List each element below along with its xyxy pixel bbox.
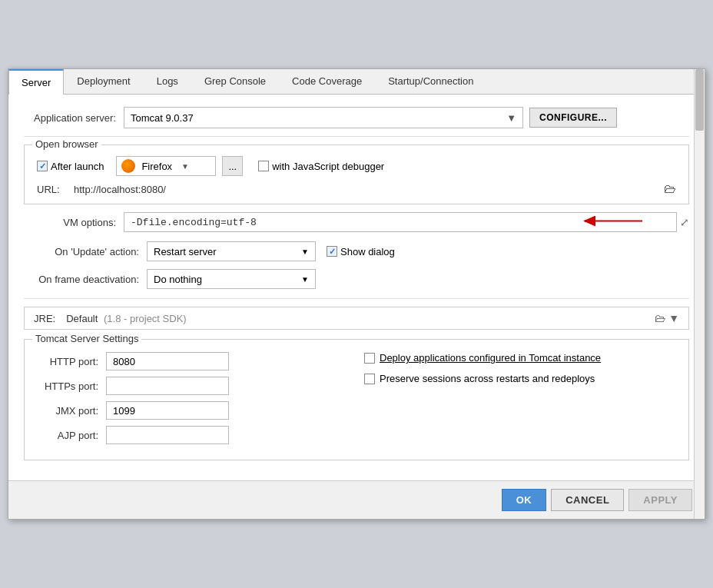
js-debugger-label: with JavaScript debugger bbox=[272, 161, 384, 172]
update-action-dropdown[interactable]: Restart server ▼ bbox=[147, 241, 316, 261]
update-action-chevron-icon: ▼ bbox=[301, 247, 309, 256]
jre-icons: 🗁 ▼ bbox=[655, 312, 679, 324]
tab-code-coverage[interactable]: Code Coverage bbox=[279, 69, 375, 94]
preserve-checkbox-label[interactable]: Preserve sessions across restarts and re… bbox=[364, 373, 676, 384]
http-port-input[interactable]: 8080 bbox=[106, 352, 229, 370]
tomcat-ports: HTTP port: 8080 HTTPs port: JMX port: 10… bbox=[37, 352, 349, 450]
show-dialog-checkbox-label[interactable]: Show dialog bbox=[327, 246, 395, 257]
tab-logs[interactable]: Logs bbox=[144, 69, 191, 94]
http-port-row: HTTP port: 8080 bbox=[37, 352, 349, 370]
vm-options-row: VM options: -Dfile.encoding=utf-8 ⤢ bbox=[24, 212, 689, 232]
deploy-checkbox-label[interactable]: Deploy applications configured in Tomcat… bbox=[364, 352, 676, 364]
vm-options-label: VM options: bbox=[24, 217, 124, 228]
tab-server[interactable]: Server bbox=[8, 69, 64, 95]
tomcat-settings-section: Tomcat Server Settings HTTP port: 8080 H… bbox=[24, 339, 689, 460]
vm-expand-button[interactable]: ⤢ bbox=[680, 216, 689, 228]
update-action-label: On 'Update' action: bbox=[24, 246, 147, 257]
tab-deployment[interactable]: Deployment bbox=[64, 69, 143, 94]
app-server-row: Application server: Tomcat 9.0.37 ▼ CONF… bbox=[24, 107, 689, 128]
url-folder-icon[interactable]: 🗁 bbox=[664, 182, 676, 196]
red-arrow-annotation bbox=[577, 213, 646, 232]
chevron-down-icon: ▼ bbox=[506, 112, 516, 124]
ok-button[interactable]: OK bbox=[502, 489, 547, 511]
deploy-label: Deploy applications configured in Tomcat… bbox=[380, 352, 601, 364]
open-browser-legend: Open browser bbox=[32, 138, 101, 150]
app-server-label: Application server: bbox=[24, 112, 124, 124]
https-port-row: HTTPs port: bbox=[37, 377, 349, 395]
https-port-input[interactable] bbox=[106, 377, 229, 395]
https-port-label: HTTPs port: bbox=[37, 380, 106, 392]
apply-button[interactable]: APPLY bbox=[628, 489, 692, 511]
deploy-checkbox[interactable] bbox=[364, 353, 375, 364]
browser-chevron-icon: ▼ bbox=[181, 162, 189, 171]
after-launch-checkbox[interactable] bbox=[37, 161, 48, 171]
update-action-value: Restart server bbox=[154, 246, 217, 257]
jre-folder-icon[interactable]: 🗁 bbox=[655, 312, 665, 324]
update-action-row: On 'Update' action: Restart server ▼ Sho… bbox=[24, 241, 689, 261]
after-launch-checkbox-label[interactable]: After launch bbox=[37, 161, 104, 172]
js-debugger-checkbox-label[interactable]: with JavaScript debugger bbox=[258, 161, 384, 172]
tab-grep-console[interactable]: Grep Console bbox=[191, 69, 279, 94]
firefox-icon bbox=[121, 159, 135, 173]
tomcat-grid: HTTP port: 8080 HTTPs port: JMX port: 10… bbox=[37, 352, 676, 450]
ajp-port-label: AJP port: bbox=[37, 430, 106, 441]
url-row: URL: http://localhost:8080/ 🗁 bbox=[37, 182, 676, 196]
preserve-checkbox[interactable] bbox=[364, 374, 375, 384]
show-dialog-row: Show dialog bbox=[327, 246, 395, 257]
jre-value: Default (1.8 - project SDK) bbox=[66, 313, 186, 324]
tomcat-checkboxes: Deploy applications configured in Tomcat… bbox=[364, 352, 676, 450]
show-dialog-label: Show dialog bbox=[340, 246, 395, 257]
jre-section: JRE: Default (1.8 - project SDK) 🗁 ▼ bbox=[24, 307, 689, 330]
url-label: URL: bbox=[37, 184, 68, 195]
footer: OK CANCEL APPLY bbox=[8, 480, 705, 519]
after-launch-label: After launch bbox=[51, 161, 104, 172]
jmx-port-input[interactable]: 1099 bbox=[106, 401, 229, 420]
browser-name: Firefox bbox=[141, 161, 172, 172]
jre-sdk-text: (1.8 - project SDK) bbox=[104, 313, 187, 324]
jre-label: JRE: bbox=[34, 313, 55, 324]
jmx-port-label: JMX port: bbox=[37, 405, 106, 417]
frame-deactivation-label: On frame deactivation: bbox=[24, 274, 147, 285]
browser-dots-button[interactable]: ... bbox=[222, 156, 243, 176]
browser-dropdown[interactable]: Firefox ▼ bbox=[116, 156, 216, 176]
frame-deactivation-chevron-icon: ▼ bbox=[301, 275, 309, 284]
frame-deactivation-dropdown[interactable]: Do nothing ▼ bbox=[147, 269, 316, 289]
frame-deactivation-value: Do nothing bbox=[154, 274, 202, 285]
scrollbar[interactable] bbox=[694, 69, 705, 519]
preserve-label: Preserve sessions across restarts and re… bbox=[380, 373, 595, 384]
tab-bar: Server Deployment Logs Grep Console Code… bbox=[8, 69, 705, 95]
server-tab-content: Application server: Tomcat 9.0.37 ▼ CONF… bbox=[8, 95, 705, 480]
configure-button[interactable]: CONFIGURE... bbox=[529, 108, 617, 128]
app-server-dropdown[interactable]: Tomcat 9.0.37 ▼ bbox=[124, 107, 523, 128]
ajp-port-input[interactable] bbox=[106, 426, 229, 444]
after-launch-row: After launch Firefox ▼ ... with JavaScri… bbox=[37, 156, 676, 176]
js-debugger-checkbox[interactable] bbox=[258, 161, 269, 171]
scrollbar-thumb[interactable] bbox=[695, 69, 704, 131]
vm-input-wrapper: -Dfile.encoding=utf-8 bbox=[124, 212, 677, 232]
frame-deactivation-row: On frame deactivation: Do nothing ▼ bbox=[24, 269, 689, 289]
tab-startup-connection[interactable]: Startup/Connection bbox=[375, 69, 486, 94]
jmx-port-row: JMX port: 1099 bbox=[37, 401, 349, 420]
open-browser-section: Open browser After launch Firefox ▼ ... … bbox=[24, 145, 689, 204]
cancel-button[interactable]: CANCEL bbox=[551, 489, 624, 511]
http-port-label: HTTP port: bbox=[37, 356, 106, 367]
show-dialog-checkbox[interactable] bbox=[327, 246, 337, 257]
tomcat-settings-legend: Tomcat Server Settings bbox=[32, 333, 141, 344]
jre-chevron-down-icon[interactable]: ▼ bbox=[668, 312, 679, 324]
ajp-port-row: AJP port: bbox=[37, 426, 349, 444]
url-value: http://localhost:8080/ bbox=[74, 184, 658, 195]
